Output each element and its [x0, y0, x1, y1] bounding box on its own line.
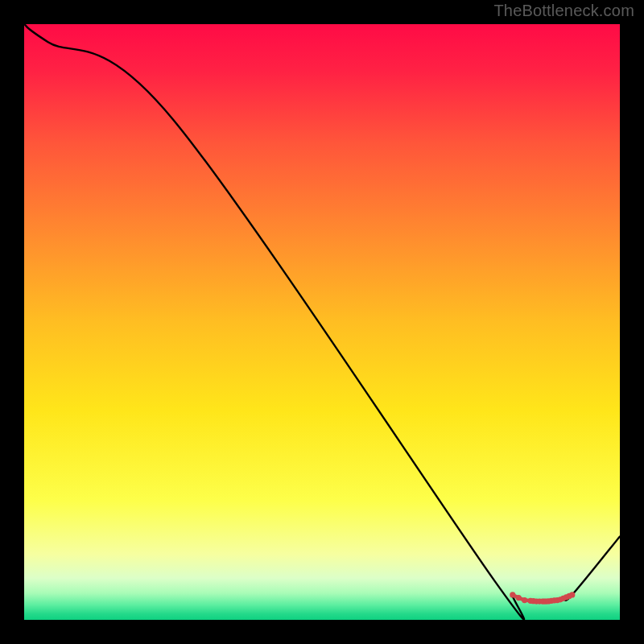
marker-dot	[510, 592, 515, 597]
marker-dot	[522, 597, 527, 603]
gradient-background	[24, 24, 620, 620]
chart-plot	[24, 24, 620, 620]
marker-dot	[516, 595, 522, 601]
chart-svg	[24, 24, 620, 620]
chart-container: TheBottleneck.com	[0, 0, 644, 644]
marker-dot	[569, 592, 575, 597]
watermark-text: TheBottleneck.com	[493, 2, 634, 20]
